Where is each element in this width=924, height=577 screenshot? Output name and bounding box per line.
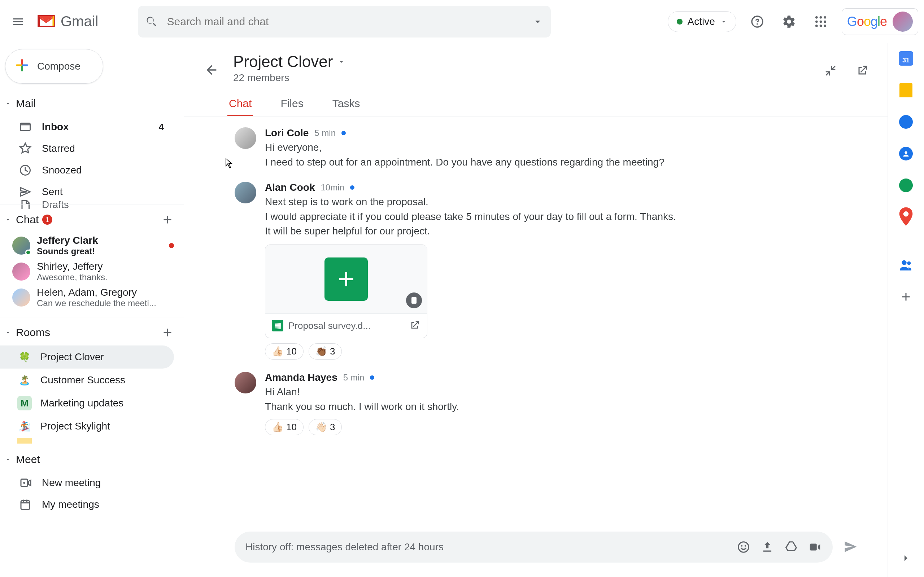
message-author: Amanda Hayes (265, 372, 338, 384)
meet-nav-item[interactable]: My meetings (0, 494, 174, 515)
video-meet-button[interactable] (808, 540, 822, 554)
keep-addon[interactable] (898, 82, 914, 98)
svg-point-14 (738, 542, 749, 553)
apps-grid-icon (814, 15, 828, 29)
header: Gmail Active Google (0, 0, 924, 43)
svg-point-4 (820, 20, 822, 23)
open-attachment-button[interactable] (409, 319, 420, 332)
people-addon[interactable] (898, 257, 914, 273)
mail-nav-snoozed[interactable]: Snoozed (0, 160, 174, 181)
message-text: Next step is to work on the proposal. I … (265, 195, 859, 239)
sheets-icon: + (325, 258, 368, 301)
calendar-icon: 31 (899, 51, 913, 66)
search-input[interactable] (167, 16, 532, 28)
message-author: Lori Cole (265, 127, 309, 139)
unread-dot-icon (169, 243, 174, 248)
chevron-down-icon (4, 456, 11, 463)
side-panel: 31 (888, 43, 924, 577)
hamburger-icon (11, 15, 24, 28)
gmail-logo[interactable]: Gmail (36, 13, 98, 30)
hangouts-icon (899, 179, 913, 192)
calendar-addon[interactable]: 31 (898, 50, 914, 66)
chat-unread-badge: 1 (42, 214, 52, 225)
chat-item[interactable]: Shirley, JefferyAwesome, thanks. (0, 259, 184, 285)
attachment-card[interactable]: +▦Proposal survey.d... (265, 245, 427, 338)
back-button[interactable] (199, 57, 225, 83)
upload-button[interactable] (761, 540, 774, 554)
chat-avatar (12, 263, 30, 280)
new-room-button[interactable] (161, 326, 174, 339)
message: Alan Cook10minNext step is to work on th… (234, 182, 859, 359)
reaction-chip[interactable]: 👋🏻3 (309, 419, 342, 435)
message-time: 5 min (314, 128, 336, 138)
search-dropdown-icon[interactable] (532, 16, 544, 27)
collapse-button[interactable] (820, 60, 842, 82)
chat-item[interactable]: Jeffery ClarkSounds great! (0, 233, 184, 259)
chat-avatar (12, 288, 30, 306)
message-avatar (234, 182, 256, 203)
apps-button[interactable] (810, 11, 832, 32)
chevron-down-icon (4, 329, 11, 336)
support-button[interactable] (746, 11, 768, 32)
room-item[interactable]: 🏝️Customer Success (0, 369, 174, 392)
get-addons-button[interactable] (898, 289, 914, 305)
maps-addon[interactable] (898, 209, 914, 225)
new-chat-button[interactable] (161, 213, 174, 226)
reaction-chip[interactable]: 👍🏻10 (265, 343, 304, 359)
section-chat-header[interactable]: Chat 1 (0, 204, 184, 233)
open-new-button[interactable] (851, 60, 873, 82)
section-rooms-header[interactable]: Rooms (0, 317, 184, 345)
tab-chat[interactable]: Chat (228, 92, 253, 116)
room-item[interactable]: 🍀Project Clover (0, 345, 174, 369)
drive-button[interactable] (784, 540, 798, 554)
gear-icon (782, 15, 796, 29)
room-title[interactable]: Project Clover (233, 53, 346, 71)
chevron-down-icon (4, 216, 11, 223)
message-avatar (234, 372, 256, 393)
section-meet-header[interactable]: Meet (0, 446, 184, 472)
meet-nav-item[interactable]: New meeting (0, 472, 174, 494)
chat-item[interactable]: Helen, Adam, GregoryCan we reschedule th… (0, 285, 184, 311)
tasks-addon[interactable] (898, 114, 914, 130)
gmail-logo-text: Gmail (61, 13, 98, 29)
main-menu-button[interactable] (3, 7, 32, 36)
hide-sidepanel-button[interactable] (898, 550, 914, 566)
send-button[interactable] (843, 539, 859, 556)
chevron-down-icon (4, 100, 11, 107)
tab-tasks[interactable]: Tasks (331, 92, 362, 116)
mail-nav-inbox[interactable]: Inbox4 (0, 116, 174, 138)
svg-point-3 (815, 20, 818, 23)
meet-icon (19, 498, 32, 511)
settings-button[interactable] (778, 11, 800, 32)
unread-indicator-icon (370, 376, 374, 380)
svg-point-0 (815, 16, 818, 19)
hangouts-addon[interactable] (898, 177, 914, 193)
reaction-chip[interactable]: 👏🏾3 (309, 343, 342, 359)
svg-point-1 (820, 16, 822, 19)
room-item[interactable] (0, 438, 174, 443)
mail-nav-starred[interactable]: Starred (0, 138, 174, 160)
google-account-chip[interactable]: Google (842, 8, 918, 35)
message-text: Hi Alan! Thank you so much. I will work … (265, 385, 859, 414)
compose-button[interactable]: Compose (5, 49, 103, 84)
reaction-chip[interactable]: 👍🏻10 (265, 419, 304, 435)
message-time: 10min (320, 182, 344, 193)
emoji-button[interactable] (737, 540, 750, 554)
svg-point-18 (905, 152, 907, 154)
plus-icon (900, 290, 913, 303)
svg-point-2 (824, 16, 826, 19)
contacts-addon[interactable] (898, 146, 914, 161)
tab-files[interactable]: Files (279, 92, 305, 116)
svg-point-7 (820, 24, 822, 27)
message-composer[interactable]: History off: messages deleted after 24 h… (234, 532, 833, 562)
status-pill[interactable]: Active (668, 11, 736, 32)
attachment-name: Proposal survey.d... (288, 320, 404, 331)
search-bar[interactable] (138, 6, 551, 37)
svg-point-19 (903, 211, 909, 217)
message-text: Hi everyone, I need to step out for an a… (265, 140, 859, 169)
room-item[interactable]: 🏂Project Skylight (0, 415, 174, 438)
room-item[interactable]: MMarketing updates (0, 392, 174, 415)
chevron-down-icon (337, 57, 346, 66)
svg-point-5 (824, 20, 826, 23)
section-mail-header[interactable]: Mail (0, 91, 184, 116)
